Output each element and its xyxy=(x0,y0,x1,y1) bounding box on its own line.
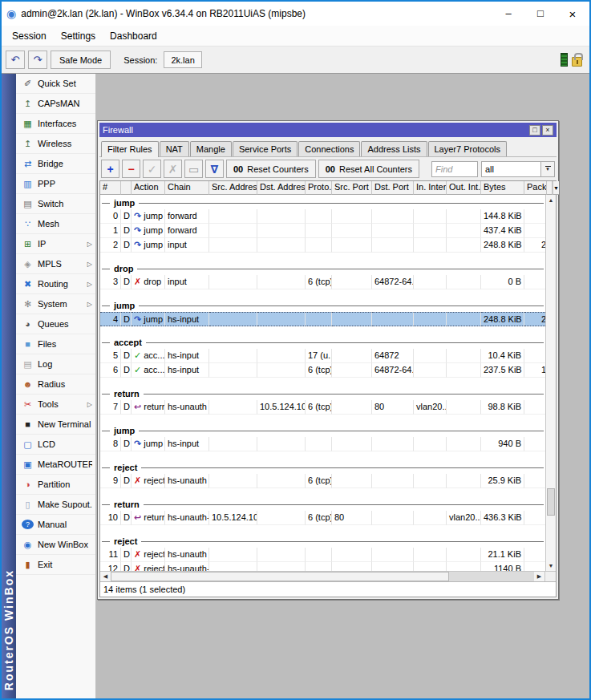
rule-row-10[interactable]: 10D↩returnhs-unauth-to10.5.124.1006 (tcp… xyxy=(100,511,545,525)
sidebar-item-ip[interactable]: ⊞IP▷ xyxy=(16,234,95,254)
rule-row-6[interactable]: 6D✓acc...hs-input6 (tcp)64872-64...237.5… xyxy=(100,363,545,378)
jump-icon: ↷ xyxy=(134,225,141,235)
sidebar-item-log[interactable]: ▤Log xyxy=(16,354,95,374)
firewall-titlebar[interactable]: Firewall □ × xyxy=(99,123,557,137)
sidebar-item-partition[interactable]: ◑Partition xyxy=(16,475,95,495)
sidebar-item-wireless[interactable]: ↥Wireless xyxy=(16,134,95,154)
sidebar-item-routing[interactable]: ✖Routing▷ xyxy=(16,274,95,294)
rule-row-2[interactable]: 2D↷jumpinput248.8 KiB2 xyxy=(100,238,545,253)
vertical-scroll-thumb[interactable] xyxy=(547,488,555,516)
vertical-scrollbar[interactable]: ▲ ▼ xyxy=(545,195,556,571)
sidebar-item-label: New Terminal xyxy=(38,419,92,429)
sidebar-item-capsman[interactable]: ↥CAPsMAN xyxy=(16,94,95,114)
sidebar-item-queues[interactable]: ◕Queues xyxy=(16,314,95,334)
sidebar-item-mesh[interactable]: ∵Mesh xyxy=(16,214,95,234)
cell-chain: hs-unauth xyxy=(165,400,209,415)
rule-row-5[interactable]: 5D✓acc...hs-input17 (u...6487210.4 KiB xyxy=(100,349,545,363)
cell-flag: D xyxy=(121,511,132,525)
menu-item-session[interactable]: Session xyxy=(5,28,54,44)
sidebar-item-mpls[interactable]: ◈MPLS▷ xyxy=(16,254,95,274)
sidebar-item-new-terminal[interactable]: ■New Terminal xyxy=(16,415,95,435)
rule-row-3[interactable]: 3D✗dropinput6 (tcp)64872-64...0 B xyxy=(100,275,545,289)
sidebar-item-manual[interactable]: ?Manual xyxy=(16,515,95,535)
close-button[interactable]: × xyxy=(567,7,578,21)
filter-button[interactable]: ∇ xyxy=(205,160,224,178)
horizontal-scroll-thumb[interactable] xyxy=(111,572,449,581)
tab-filter-rules[interactable]: Filter Rules xyxy=(101,141,159,157)
sidebar-item-quick-set[interactable]: ✐Quick Set xyxy=(16,74,95,94)
horizontal-scroll-track[interactable] xyxy=(111,572,534,581)
find-input[interactable] xyxy=(431,161,478,177)
action-label: return xyxy=(144,402,165,411)
remove-rule-button[interactable]: − xyxy=(122,160,140,178)
rule-row-9[interactable]: 9D✗rejecths-unauth6 (tcp)25.9 KiB xyxy=(100,474,545,488)
sidebar-item-new-winbox[interactable]: ◉New WinBox xyxy=(16,535,95,555)
cell-in_interface xyxy=(414,562,447,571)
sidebar-item-bridge[interactable]: ⇄Bridge xyxy=(16,154,95,174)
maximize-button[interactable]: □ xyxy=(535,7,546,21)
cell-src_port xyxy=(332,224,372,238)
scrollbar-corner xyxy=(544,572,556,581)
rule-row-8[interactable]: 8D↷jumphs-input940 B xyxy=(100,437,545,451)
tab-service-ports[interactable]: Service Ports xyxy=(233,141,298,156)
sidebar-item-system[interactable]: ✻System▷ xyxy=(16,294,95,314)
sidebar-item-ppp[interactable]: ▥PPP xyxy=(16,174,95,194)
rule-row-11[interactable]: 11D✗rejecths-unauth21.1 KiB xyxy=(100,548,545,562)
cell-action: ✓acc... xyxy=(132,349,165,363)
sidebar-item-files[interactable]: ■Files xyxy=(16,334,95,354)
sidebar-item-exit[interactable]: ▮Exit xyxy=(16,555,95,575)
tab-mangle[interactable]: Mangle xyxy=(190,141,232,156)
tab-address-lists[interactable]: Address Lists xyxy=(361,141,427,156)
enable-rule-button[interactable]: ✓ xyxy=(143,160,161,178)
brand-strip: RouterOS WinBox xyxy=(2,74,16,698)
column-picker-button[interactable]: ▼ xyxy=(553,181,559,195)
sidebar-item-tools[interactable]: ✂Tools▷ xyxy=(16,395,95,415)
tools-icon: ✂ xyxy=(22,399,34,410)
scroll-left-icon[interactable]: ◀ xyxy=(100,572,111,581)
rule-row-1[interactable]: 1D↷jumpforward437.4 KiB xyxy=(100,224,545,238)
sidebar-item-switch[interactable]: ▤Switch xyxy=(16,194,95,214)
rule-row-0[interactable]: 0D↷jumpforward144.8 KiB xyxy=(100,209,545,224)
dropdown-arrow-icon[interactable]: ▼ xyxy=(540,162,554,176)
scroll-up-icon[interactable]: ▲ xyxy=(546,195,556,205)
sidebar-item-make-supout-rif[interactable]: ▯Make Supout.rif xyxy=(16,495,95,515)
sidebar-item-metarouter[interactable]: ▣MetaROUTER xyxy=(16,455,95,475)
cell-flag: D xyxy=(121,562,132,571)
reset-all-counters-button[interactable]: 00 Reset All Counters xyxy=(318,160,419,178)
disable-rule-button[interactable]: ✗ xyxy=(164,160,182,178)
menu-item-dashboard[interactable]: Dashboard xyxy=(103,28,164,44)
session-value[interactable]: 2k.lan xyxy=(164,51,201,68)
minimize-button[interactable]: – xyxy=(503,7,514,21)
add-rule-button[interactable]: + xyxy=(101,160,119,178)
reset-counters-button[interactable]: 00 Reset Counters xyxy=(226,160,316,178)
scroll-down-icon[interactable]: ▼ xyxy=(546,560,556,571)
action-label: return xyxy=(144,512,165,522)
ppp-icon: ▥ xyxy=(22,179,34,189)
tab-nat[interactable]: NAT xyxy=(160,141,189,156)
firewall-maximize-button[interactable]: □ xyxy=(529,125,540,136)
menu-item-settings[interactable]: Settings xyxy=(54,28,103,44)
sidebar-item-lcd[interactable]: ▢LCD xyxy=(16,435,95,455)
rule-row-7[interactable]: 7D↩returnhs-unauth10.5.124.1006 (tcp)80v… xyxy=(100,400,545,415)
cell-dst_address xyxy=(257,511,306,525)
cell-src_address xyxy=(209,209,257,224)
horizontal-scrollbar[interactable]: ◀ ▶ xyxy=(100,571,556,581)
cell-bytes: 1140 B xyxy=(481,562,524,571)
table-body: jump0D↷jumpforward144.8 KiB1D↷jumpforwar… xyxy=(100,195,545,571)
cell-chain: forward xyxy=(165,224,209,238)
tab-connections[interactable]: Connections xyxy=(298,141,360,156)
reset-counters-prefix: 00 xyxy=(233,164,243,174)
sidebar-item-radius[interactable]: ☻Radius xyxy=(16,374,95,395)
sidebar-item-interfaces[interactable]: ▦Interfaces xyxy=(16,114,95,134)
scroll-right-icon[interactable]: ▶ xyxy=(534,572,544,581)
filter-scope-dropdown[interactable]: all ▼ xyxy=(481,161,555,177)
rule-row-4[interactable]: 4D↷jumphs-input248.8 KiB2 xyxy=(100,312,545,326)
comment-button[interactable]: ▭ xyxy=(184,160,203,178)
cell-num: 3 xyxy=(100,275,121,289)
firewall-close-button[interactable]: × xyxy=(542,125,553,136)
safe-mode-button[interactable]: Safe Mode xyxy=(51,51,111,69)
rule-row-12[interactable]: 12D✗rejecths-unauth-to1140 B xyxy=(100,562,545,571)
undo-button[interactable]: ↶ xyxy=(6,51,25,69)
redo-button[interactable]: ↷ xyxy=(28,51,47,69)
tab-layer7-protocols[interactable]: Layer7 Protocols xyxy=(428,141,508,156)
